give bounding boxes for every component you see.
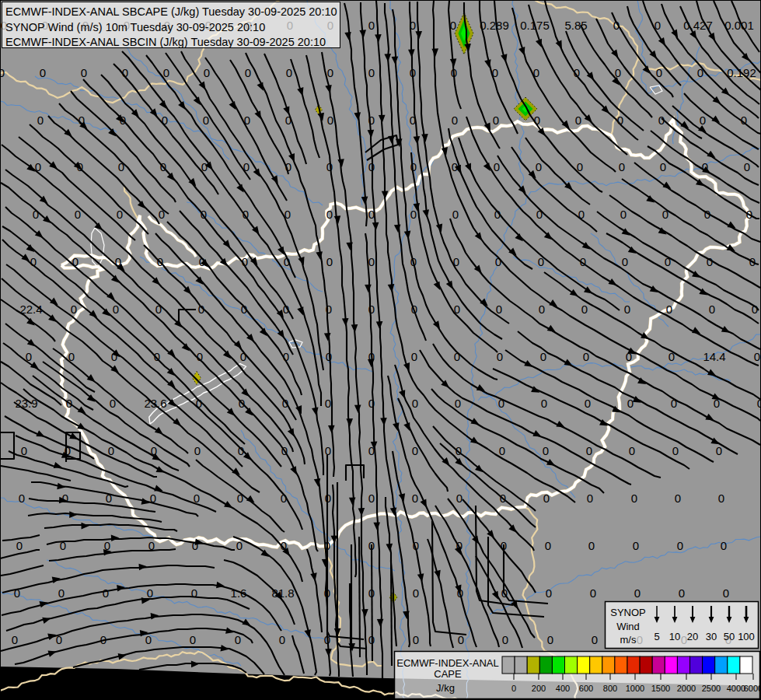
svg-text:0: 0 xyxy=(455,397,461,410)
svg-text:0: 0 xyxy=(325,397,331,410)
svg-text:14.4: 14.4 xyxy=(703,350,725,363)
svg-text:0: 0 xyxy=(145,633,152,646)
svg-text:0: 0 xyxy=(588,539,595,552)
svg-text:0: 0 xyxy=(81,66,87,79)
svg-text:0: 0 xyxy=(286,66,292,79)
svg-text:0: 0 xyxy=(679,586,685,600)
svg-text:CAPE: CAPE xyxy=(434,668,462,680)
svg-text:0: 0 xyxy=(723,586,729,600)
svg-text:4000: 4000 xyxy=(727,684,745,693)
svg-text:0: 0 xyxy=(327,66,333,79)
svg-text:0: 0 xyxy=(411,350,417,363)
svg-text:0: 0 xyxy=(590,586,596,600)
svg-text:5.85: 5.85 xyxy=(564,19,587,32)
svg-text:0: 0 xyxy=(700,114,706,127)
svg-text:0: 0 xyxy=(545,539,551,552)
svg-text:0: 0 xyxy=(412,397,418,410)
svg-text:0: 0 xyxy=(368,255,375,268)
svg-text:SYNOP Wind (m/s) 10m Tuesday 3: SYNOP Wind (m/s) 10m Tuesday 30-09-2025 … xyxy=(5,21,265,33)
svg-text:2000: 2000 xyxy=(677,684,696,693)
svg-text:0: 0 xyxy=(456,492,463,505)
svg-text:200: 200 xyxy=(532,684,546,693)
svg-text:0: 0 xyxy=(103,586,109,600)
svg-text:0: 0 xyxy=(37,114,44,127)
svg-text:0: 0 xyxy=(634,586,641,600)
svg-text:0: 0 xyxy=(502,633,508,646)
svg-text:0: 0 xyxy=(62,492,68,505)
svg-text:ECMWF-INDEX-ANAL SBCIN (J/kg): ECMWF-INDEX-ANAL SBCIN (J/kg) Tuesday 30… xyxy=(5,36,326,48)
svg-text:0: 0 xyxy=(326,255,333,268)
svg-text:0: 0 xyxy=(620,208,627,221)
svg-text:0: 0 xyxy=(583,350,589,363)
svg-text:0: 0 xyxy=(718,492,724,505)
svg-text:0: 0 xyxy=(675,492,681,505)
svg-text:0: 0 xyxy=(660,160,666,173)
svg-text:0: 0 xyxy=(539,303,545,316)
svg-text:0: 0 xyxy=(721,539,727,552)
svg-text:0: 0 xyxy=(368,492,375,505)
svg-text:0: 0 xyxy=(631,492,637,505)
svg-text:0: 0 xyxy=(592,633,598,646)
svg-text:ECMWF-INDEX-ANAL: ECMWF-INDEX-ANAL xyxy=(396,657,498,669)
svg-text:0: 0 xyxy=(327,114,333,127)
svg-text:0: 0 xyxy=(204,66,210,79)
svg-text:81.8: 81.8 xyxy=(271,586,294,600)
svg-text:5: 5 xyxy=(654,631,659,642)
svg-text:0: 0 xyxy=(75,208,81,221)
svg-text:0: 0 xyxy=(536,160,542,173)
svg-text:0: 0 xyxy=(235,633,241,646)
svg-text:0: 0 xyxy=(622,255,628,268)
svg-text:0: 0 xyxy=(452,114,458,127)
svg-text:20: 20 xyxy=(687,631,698,642)
svg-text:0: 0 xyxy=(581,303,588,316)
svg-text:0: 0 xyxy=(236,539,243,552)
svg-text:0: 0 xyxy=(677,539,683,552)
svg-text:ECMWF-INDEX-ANAL SBCAPE (J/kg): ECMWF-INDEX-ANAL SBCAPE (J/kg) Tuesday 3… xyxy=(5,5,337,18)
svg-text:0: 0 xyxy=(541,397,547,410)
svg-text:0: 0 xyxy=(413,633,419,646)
svg-text:0: 0 xyxy=(575,114,581,127)
svg-text:J/kg: J/kg xyxy=(436,682,455,694)
svg-text:10: 10 xyxy=(669,631,680,642)
svg-text:0: 0 xyxy=(19,492,25,505)
svg-text:0: 0 xyxy=(245,66,251,79)
svg-text:1000: 1000 xyxy=(626,684,644,693)
svg-text:0: 0 xyxy=(672,444,679,457)
svg-text:0: 0 xyxy=(499,444,505,457)
svg-text:m/s: m/s xyxy=(620,634,637,646)
svg-text:0: 0 xyxy=(496,303,502,316)
svg-text:0: 0 xyxy=(452,208,459,221)
svg-text:0: 0 xyxy=(147,586,153,600)
svg-text:0: 0 xyxy=(511,684,516,693)
svg-text:0: 0 xyxy=(624,303,630,316)
svg-text:0: 0 xyxy=(619,160,625,173)
svg-text:0: 0 xyxy=(543,492,550,505)
svg-text:0: 0 xyxy=(627,397,634,410)
svg-text:0: 0 xyxy=(587,492,593,505)
svg-text:0: 0 xyxy=(547,633,553,646)
svg-text:0: 0 xyxy=(279,633,285,646)
svg-text:0: 0 xyxy=(546,586,552,600)
svg-text:0: 0 xyxy=(656,66,662,79)
svg-text:0: 0 xyxy=(666,303,672,316)
svg-text:0: 0 xyxy=(412,492,418,505)
svg-text:0: 0 xyxy=(412,444,418,457)
svg-text:30: 30 xyxy=(706,631,717,642)
svg-text:6000: 6000 xyxy=(744,684,761,693)
svg-text:0: 0 xyxy=(410,208,417,221)
svg-text:1.6: 1.6 xyxy=(231,586,247,600)
svg-text:0: 0 xyxy=(326,208,333,221)
svg-text:0: 0 xyxy=(586,444,592,457)
svg-text:0: 0 xyxy=(368,19,375,32)
svg-text:0: 0 xyxy=(413,586,419,600)
svg-text:0: 0 xyxy=(194,444,201,457)
svg-text:400: 400 xyxy=(556,684,570,693)
svg-text:600: 600 xyxy=(579,684,593,693)
svg-text:800: 800 xyxy=(603,684,617,693)
svg-text:0: 0 xyxy=(629,444,635,457)
svg-text:0: 0 xyxy=(585,397,591,410)
svg-text:0: 0 xyxy=(16,539,23,552)
svg-text:0.289: 0.289 xyxy=(480,19,509,32)
svg-text:0: 0 xyxy=(368,66,375,79)
svg-text:0: 0 xyxy=(754,350,760,363)
